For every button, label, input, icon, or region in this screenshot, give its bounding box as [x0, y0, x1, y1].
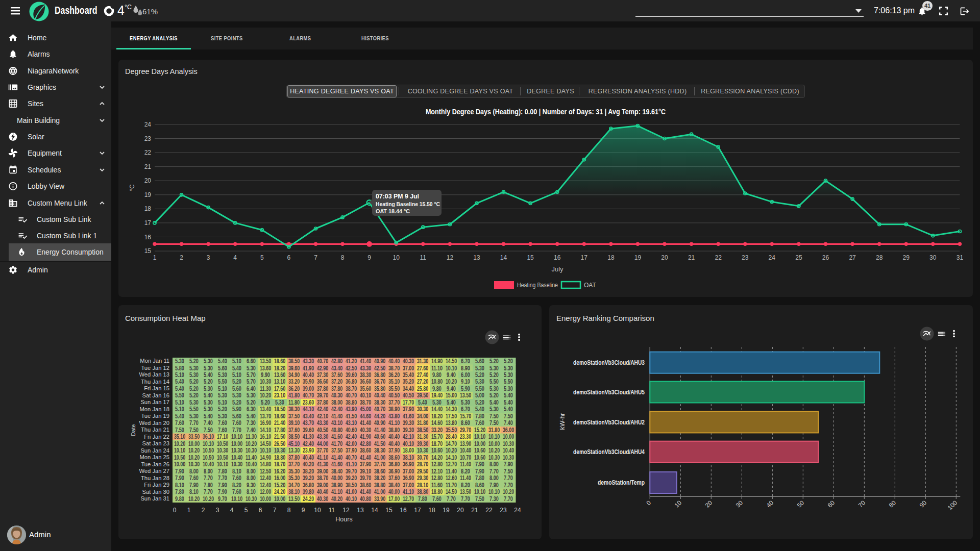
svg-text:18: 18	[428, 507, 435, 514]
svg-text:10.50: 10.50	[217, 454, 228, 461]
svg-text:40: 40	[765, 499, 775, 509]
svg-text:10.60: 10.60	[474, 447, 485, 454]
svg-text:36.20: 36.20	[288, 385, 300, 392]
svg-text:demoStationVb3Cloud/AHU5: demoStationVb3Cloud/AHU5	[573, 389, 645, 396]
svg-text:5.30: 5.30	[218, 392, 227, 399]
svg-text:40.20: 40.20	[303, 461, 314, 468]
svg-text:38.50: 38.50	[288, 358, 300, 365]
svg-text:Fri Jan 29: Fri Jan 29	[144, 482, 169, 488]
svg-text:12.10: 12.10	[431, 468, 443, 475]
svg-text:7.60: 7.60	[218, 419, 227, 427]
svg-text:33.20: 33.20	[288, 378, 300, 385]
svg-text:24: 24	[514, 507, 521, 514]
svg-text:38.30: 38.30	[374, 447, 385, 454]
svg-text:Hours: Hours	[335, 516, 352, 523]
svg-text:7.60: 7.60	[432, 495, 442, 503]
svg-text:10.20: 10.20	[260, 392, 271, 399]
svg-text:5.10: 5.10	[175, 371, 184, 379]
svg-text:21: 21	[688, 254, 695, 261]
svg-text:28.70: 28.70	[417, 461, 428, 468]
svg-text:30.30: 30.30	[417, 406, 428, 413]
svg-text:35.30: 35.30	[288, 468, 300, 475]
svg-text:29.30: 29.30	[417, 474, 428, 482]
svg-text:43.90: 43.90	[346, 406, 357, 413]
svg-text:4: 4	[230, 507, 234, 514]
svg-text:5.30: 5.30	[189, 371, 199, 379]
svg-text:14.20: 14.20	[431, 454, 443, 461]
svg-text:23.10: 23.10	[274, 392, 285, 399]
svg-text:17.80: 17.80	[274, 427, 285, 434]
svg-text:7.30: 7.30	[247, 419, 256, 427]
svg-text:14.40: 14.40	[431, 406, 443, 413]
svg-text:5.40: 5.40	[175, 413, 184, 420]
svg-text:19: 19	[634, 254, 642, 261]
svg-text:7.50: 7.50	[189, 427, 199, 434]
svg-text:40.20: 40.20	[331, 495, 342, 503]
svg-text:20: 20	[704, 499, 714, 509]
svg-text:Tue Jan 12: Tue Jan 12	[141, 365, 169, 371]
svg-text:40.50: 40.50	[388, 392, 400, 399]
svg-text:13.90: 13.90	[460, 440, 471, 447]
svg-text:90: 90	[918, 499, 928, 509]
svg-text:37.00: 37.00	[403, 468, 414, 475]
svg-text:14.50: 14.50	[446, 488, 457, 495]
svg-text:24: 24	[769, 254, 776, 261]
svg-text:37.70: 37.70	[288, 461, 300, 468]
svg-text:Fri Jan 22: Fri Jan 22	[144, 434, 169, 440]
svg-text:41.20: 41.20	[346, 358, 357, 365]
svg-text:5.40: 5.40	[204, 413, 213, 420]
svg-text:18.60: 18.60	[274, 358, 285, 365]
svg-text:12: 12	[342, 507, 350, 514]
svg-text:10.40: 10.40	[246, 461, 257, 468]
svg-text:38.30: 38.30	[374, 399, 385, 406]
svg-text:5.30: 5.30	[489, 406, 499, 413]
svg-text:Sun Jan 31: Sun Jan 31	[140, 495, 169, 502]
svg-text:5.30: 5.30	[204, 385, 213, 392]
svg-text:10.10: 10.10	[474, 433, 485, 440]
svg-text:37.70: 37.70	[388, 399, 400, 406]
svg-text:5.20: 5.20	[247, 399, 256, 406]
svg-text:24.20: 24.20	[274, 488, 285, 495]
svg-text:12.40: 12.40	[260, 474, 271, 482]
svg-text:10: 10	[393, 254, 400, 261]
svg-text:7.80: 7.80	[218, 468, 227, 475]
svg-text:17.70: 17.70	[403, 399, 414, 406]
svg-text:5.60: 5.60	[232, 385, 241, 392]
svg-text:14.70: 14.70	[446, 440, 457, 447]
svg-text:5.10: 5.10	[218, 399, 227, 406]
svg-text:37.00: 37.00	[403, 365, 414, 372]
svg-text:5.20: 5.20	[189, 358, 199, 365]
svg-text:11.40: 11.40	[460, 461, 471, 468]
svg-text:12.00: 12.00	[260, 488, 271, 495]
svg-text:35.90: 35.90	[303, 378, 314, 385]
svg-text:8.00: 8.00	[247, 468, 256, 475]
svg-text:10.40: 10.40	[203, 461, 214, 468]
svg-text:37.80: 37.80	[288, 454, 300, 461]
svg-text:37.80: 37.80	[317, 385, 328, 392]
svg-text:5.30: 5.30	[475, 365, 484, 372]
svg-text:7.40: 7.40	[504, 419, 513, 427]
svg-text:37.60: 37.60	[388, 474, 400, 482]
svg-text:42.40: 42.40	[303, 440, 314, 447]
svg-text:18.80: 18.80	[431, 488, 443, 495]
svg-text:6: 6	[287, 254, 291, 261]
svg-text:5.20: 5.20	[475, 399, 484, 406]
svg-text:10.10: 10.10	[203, 440, 214, 447]
svg-text:Date: Date	[130, 424, 136, 436]
svg-text:10.00: 10.00	[474, 440, 485, 447]
svg-text:41.50: 41.50	[346, 413, 357, 420]
svg-text:42.40: 42.40	[346, 433, 357, 440]
svg-text:10.70: 10.70	[460, 454, 471, 461]
svg-text:41.00: 41.00	[374, 488, 385, 495]
svg-text:10.20: 10.20	[446, 447, 457, 454]
svg-text:13: 13	[473, 254, 480, 261]
svg-text:10.30: 10.30	[188, 461, 200, 468]
svg-text:10.20: 10.20	[503, 488, 514, 495]
svg-text:7.40: 7.40	[204, 419, 213, 427]
svg-text:16.90: 16.90	[260, 419, 271, 427]
svg-text:37.90: 37.90	[360, 461, 371, 468]
svg-text:36.10: 36.10	[203, 433, 214, 440]
svg-text:5.20: 5.20	[189, 385, 199, 392]
svg-text:36.80: 36.80	[374, 371, 385, 379]
svg-text:3: 3	[216, 507, 219, 514]
